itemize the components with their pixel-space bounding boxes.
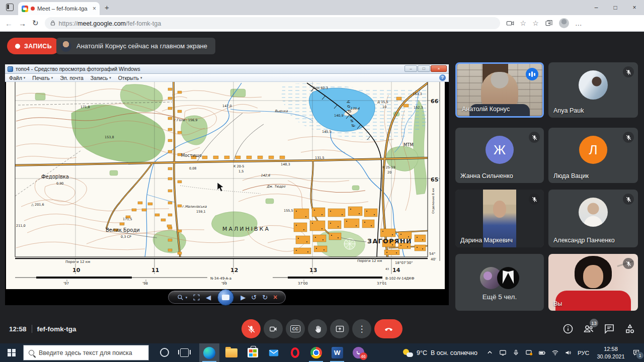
chat-button[interactable] [603,323,615,335]
browser-menu-icon[interactable]: … [575,19,582,27]
participants-button[interactable]: 13 [583,323,595,335]
participant-tile-lyuda[interactable]: Л Люда Вацик [548,128,638,183]
tray-mic-icon[interactable] [512,349,520,356]
notification-center-button[interactable]: 1 [632,349,640,356]
divider [32,325,32,333]
taskbar-word[interactable]: W [327,343,347,362]
participant-tile-alexandr[interactable]: Александр Панченко [548,190,638,247]
shared-screen: топо4 - Средство просмотра фотографий Wi… [5,64,449,305]
taskbar-weather[interactable]: 9°C В осн. солнечно [403,349,477,357]
new-tab-button[interactable]: + [105,3,109,12]
taskbar-store[interactable] [243,343,263,362]
taskbar-explorer[interactable] [221,343,242,362]
svg-text:Зем 60-3: Зем 60-3 [313,86,328,90]
previous-image-icon[interactable]: ◀ [206,294,211,301]
svg-text:Д 15,5: Д 15,5 [377,100,388,104]
svg-text:14: 14 [392,267,400,274]
more-options-button[interactable]: ⋮ [352,319,371,338]
zoom-caret-icon[interactable]: ▾ [186,296,188,299]
window-maximize-button[interactable]: □ [606,0,625,15]
address-bar[interactable]: https://meet.google.com/fef-fomk-tga [45,17,500,29]
raise-hand-button[interactable] [308,319,327,338]
tray-battery-icon[interactable] [538,349,546,356]
audio-level-indicator-icon [526,68,538,80]
svg-text:65: 65 [431,176,438,183]
presenter-banner: Анатолій Корнус сейчас на главном экране [56,38,215,54]
forward-button[interactable]: → [19,19,26,28]
rotate-right-icon[interactable]: ↻ [262,294,268,301]
taskbar-clock[interactable]: 12:58 30.09.2021 [595,345,627,360]
browser-tab[interactable]: Meet – fef-fomk-tga × [18,2,100,15]
tab-layout-icon[interactable] [6,4,14,11]
taskbar-edge[interactable] [199,343,219,362]
next-image-icon[interactable]: ▶ [240,294,246,301]
taskbar-viber[interactable]: 46 [348,343,368,362]
menu-burn[interactable]: Запись▾ [91,75,111,81]
viewer-minimize-button[interactable]: – [405,65,417,72]
delete-icon[interactable]: × [273,294,277,301]
svg-text:131,5: 131,5 [315,156,325,160]
presenter-banner-text: Анатолій Корнус сейчас на главном экране [76,42,207,50]
menu-file[interactable]: Файл▾ [9,75,25,81]
mic-off-icon [529,194,540,205]
tray-wifi-icon[interactable] [551,349,559,356]
rotate-left-icon[interactable]: ↺ [251,294,257,301]
refresh-button[interactable]: ↻ [32,19,39,28]
help-button[interactable]: ? [439,74,446,81]
taskbar-search[interactable]: Введите здесь текст для поиска [23,345,149,360]
svg-text:Отделение 8 км: Отделение 8 км [431,188,435,214]
favorites-bar-icon[interactable]: ☆ [532,19,539,27]
taskbar-mail[interactable] [264,343,284,362]
meeting-details-button[interactable] [562,323,574,335]
mic-mute-button[interactable] [242,319,261,338]
profile-avatar[interactable] [559,18,569,28]
window-close-button[interactable]: × [625,0,644,15]
participant-tile-kornus[interactable]: Анатолій Корнус [455,62,544,118]
participant-tile-overflow[interactable]: Ещё 5 чел. [455,254,544,311]
store-icon [248,348,258,357]
windows-logo-icon [8,349,16,357]
presenter-avatar [60,41,71,52]
taskbar-opera[interactable] [285,343,305,362]
tray-volume-icon[interactable] [565,349,572,356]
participant-tile-zhanna[interactable]: Ж Жанна Сильченко [455,128,544,183]
camera-button[interactable] [264,319,283,338]
participant-name: Anya Pauk [553,107,584,114]
tray-expand-icon[interactable] [486,349,494,356]
window-minimize-button[interactable]: – [587,0,606,15]
language-indicator[interactable]: РУС [578,350,589,356]
svg-text:△ 201,6: △ 201,6 [31,203,44,207]
menu-email[interactable]: Эл. почта [60,75,83,81]
tab-recording-dot-icon [31,7,35,11]
menu-print[interactable]: Печать▾ [32,75,53,81]
web-capture-icon[interactable] [506,19,514,27]
participant-tile-daryna[interactable]: Дарина Маркевич [455,190,544,247]
taskbar-chrome[interactable] [306,343,326,362]
avatar [579,70,608,100]
recording-label: ЗАПИСЬ [24,43,52,50]
tray-screenshare-icon[interactable] [525,349,533,356]
chevron-down-icon: ▾ [51,76,53,80]
participant-tile-anya[interactable]: Anya Pauk [548,62,638,118]
task-view-button[interactable] [180,348,189,357]
present-button[interactable] [330,319,349,338]
meet-favicon-icon [22,6,28,12]
viewer-close-button[interactable]: × [431,65,447,72]
participant-tile-self[interactable]: Вы [548,254,638,311]
actual-size-icon[interactable] [193,294,200,301]
menu-open[interactable]: Открыть▾ [118,75,142,81]
tray-display-icon[interactable] [499,349,507,356]
cortana-button[interactable] [160,348,169,357]
back-button[interactable]: ← [5,19,13,28]
tab-close-icon[interactable]: × [93,5,96,12]
activities-button[interactable] [624,323,636,335]
zoom-icon[interactable] [177,294,184,301]
captions-button[interactable]: CC [286,319,305,338]
add-favorite-icon[interactable]: ☆ [520,19,527,27]
svg-text:171,8: 171,8 [80,105,90,109]
play-slideshow-button[interactable] [217,289,234,306]
viewer-maximize-button[interactable]: □ [418,65,430,72]
start-button[interactable] [0,343,23,362]
end-call-button[interactable] [374,319,403,338]
collections-icon[interactable] [545,19,553,27]
